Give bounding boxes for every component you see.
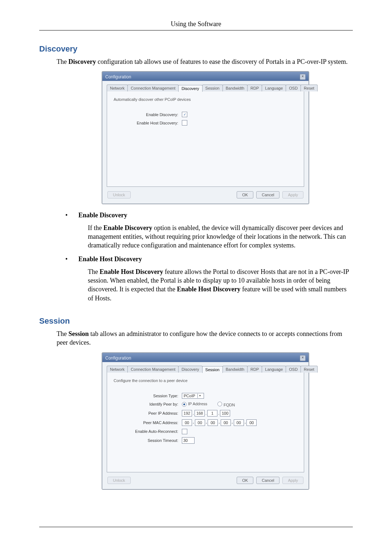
mac-octet[interactable]: 00: [246, 419, 257, 426]
radio-icon: [217, 402, 222, 406]
checkbox-enable-host-discovery[interactable]: [182, 120, 187, 126]
panel-description: Configure the connection to a peer devic…: [114, 378, 298, 383]
checkbox-enable-discovery[interactable]: [182, 112, 187, 117]
tab-connection-management[interactable]: Connection Management: [127, 366, 179, 373]
panel-description: Automatically discover other PCoIP devic…: [114, 97, 298, 102]
tabs: Network Connection Management Discovery …: [107, 366, 304, 373]
label-enable-discovery: Enable Discovery:: [113, 112, 182, 117]
ok-button[interactable]: OK: [237, 191, 253, 198]
tab-reset[interactable]: Reset: [301, 366, 318, 373]
session-type-select[interactable]: PCoIP ▾: [182, 393, 204, 399]
config-window-discovery: Configuration × Network Connection Manag…: [102, 71, 309, 204]
session-timeout-input[interactable]: 30: [182, 437, 195, 444]
text-strong: Enable Discovery: [103, 224, 152, 231]
text: The: [57, 330, 68, 337]
tab-rdp[interactable]: RDP: [247, 85, 262, 91]
bullet-enable-host-discovery: Enable Host Discovery The Enable Host Di…: [65, 255, 353, 302]
cancel-button[interactable]: Cancel: [256, 477, 279, 484]
tab-panel: Automatically discover other PCoIP devic…: [107, 91, 304, 187]
discovery-intro: The Discovery configuration tab allows u…: [57, 57, 353, 66]
tab-discovery[interactable]: Discovery: [178, 366, 202, 373]
button-row: Unlock OK Cancel Apply: [107, 190, 304, 199]
radio-label: FQDN: [224, 403, 235, 407]
top-rule: [39, 30, 353, 30]
close-icon[interactable]: ×: [300, 355, 306, 361]
mac-octet[interactable]: 00: [208, 419, 218, 426]
running-header: Using the Software: [39, 20, 353, 28]
radio-option-fqdn[interactable]: FQDN: [217, 402, 235, 407]
apply-button[interactable]: Apply: [282, 477, 303, 484]
session-intro: The Session tab allows an administrator …: [57, 329, 353, 347]
label-peer-mac: Peer MAC Address:: [113, 420, 182, 425]
tab-osd[interactable]: OSD: [286, 85, 301, 91]
heading-session: Session: [39, 316, 353, 326]
ip-octet[interactable]: 192: [182, 410, 192, 416]
tab-osd[interactable]: OSD: [286, 366, 301, 373]
tab-network[interactable]: Network: [107, 366, 128, 373]
bullet-list: Enable Discovery If the Enable Discovery…: [65, 211, 353, 303]
tab-session[interactable]: Session: [202, 85, 223, 91]
text: configuration tab allows use of features…: [96, 58, 347, 65]
text-strong: Enable Host Discovery: [99, 268, 163, 275]
text: tab allows an administrator to configure…: [57, 330, 342, 346]
tab-reset[interactable]: Reset: [301, 85, 318, 91]
unlock-button[interactable]: Unlock: [107, 191, 131, 198]
unlock-button[interactable]: Unlock: [107, 477, 131, 484]
button-row: Unlock OK Cancel Apply: [107, 475, 304, 485]
tab-panel: Configure the connection to a peer devic…: [107, 372, 304, 472]
ip-address-input[interactable]: 192. 168. 1. 100: [182, 410, 230, 416]
cancel-button[interactable]: Cancel: [256, 191, 279, 198]
tab-language[interactable]: Language: [262, 85, 286, 91]
mac-octet[interactable]: 00: [182, 419, 192, 426]
text-strong: Session: [68, 330, 89, 337]
ip-octet[interactable]: 168: [195, 410, 205, 416]
checkbox-auto-reconnect[interactable]: [182, 429, 187, 434]
tab-network[interactable]: Network: [107, 85, 128, 91]
label-auto-reconnect: Enable Auto-Reconnect:: [113, 429, 182, 434]
mac-octet[interactable]: 00: [221, 419, 231, 426]
tab-session[interactable]: Session: [202, 366, 223, 373]
radio-option-ip[interactable]: IP Address: [182, 402, 207, 407]
select-value: PCoIP: [184, 394, 195, 398]
tab-rdp[interactable]: RDP: [247, 366, 262, 373]
bullet-body: If the Enable Discovery option is enable…: [78, 223, 353, 250]
label-peer-ip: Peer IP Address:: [113, 411, 182, 415]
title-bar: Configuration ×: [102, 353, 309, 362]
chevron-down-icon: ▾: [197, 394, 202, 398]
ip-octet[interactable]: 1: [207, 410, 217, 416]
label-enable-host-discovery: Enable Host Discovery:: [113, 121, 182, 125]
heading-discovery: Discovery: [39, 44, 353, 54]
tab-connection-management[interactable]: Connection Management: [127, 85, 179, 91]
label-session-type: Session Type:: [113, 394, 182, 398]
bullet-title: Enable Host Discovery: [78, 255, 142, 263]
tab-bandwidth[interactable]: Bandwidth: [222, 85, 248, 91]
bullet-body: The Enable Host Discovery feature allows…: [78, 267, 353, 303]
tab-language[interactable]: Language: [262, 366, 286, 373]
tab-bandwidth[interactable]: Bandwidth: [222, 366, 248, 373]
text-strong: Enable Host Discovery: [177, 286, 240, 293]
mac-octet[interactable]: 00: [234, 419, 244, 426]
tab-discovery[interactable]: Discovery: [178, 85, 202, 92]
bullet-title: Enable Discovery: [78, 212, 127, 219]
bottom-rule: [39, 527, 353, 527]
mac-octet[interactable]: 00: [195, 419, 205, 426]
mac-address-input[interactable]: 00- 00- 00- 00- 00- 00: [182, 419, 257, 426]
window-title: Configuration: [105, 356, 131, 361]
tabs: Network Connection Management Discovery …: [107, 85, 304, 91]
apply-button[interactable]: Apply: [282, 191, 303, 198]
radio-icon: [182, 402, 187, 407]
label-session-timeout: Session Timeout:: [113, 438, 182, 443]
title-bar: Configuration ×: [102, 72, 309, 81]
label-identify-peer-by: Identify Peer by:: [113, 402, 182, 406]
config-window-session: Configuration × Network Connection Manag…: [102, 352, 309, 490]
text: If the: [88, 224, 103, 231]
text: The: [88, 268, 99, 275]
text-strong: Discovery: [68, 58, 96, 65]
radio-label: IP Address: [188, 402, 207, 406]
close-icon[interactable]: ×: [300, 74, 306, 80]
bullet-enable-discovery: Enable Discovery If the Enable Discovery…: [65, 211, 353, 250]
ok-button[interactable]: OK: [237, 477, 253, 484]
window-title: Configuration: [105, 74, 131, 79]
text: The: [57, 58, 68, 65]
ip-octet[interactable]: 100: [220, 410, 230, 416]
